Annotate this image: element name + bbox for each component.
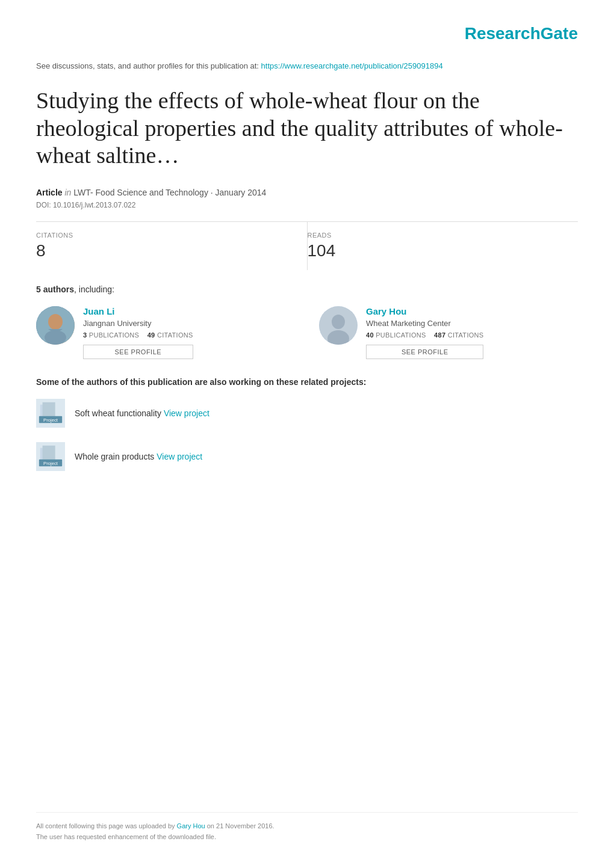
project-link-1[interactable]: View project [164,408,209,418]
svg-rect-13 [43,446,55,462]
author-affiliation-juan: Jiangnan University [83,319,193,328]
article-type: Article [36,188,63,197]
avatar-gary [319,306,358,345]
project-badge-2: Project [36,442,65,471]
authors-count: 5 authors [36,285,74,294]
reads-value: 104 [308,241,578,260]
avatar-juan [36,306,75,345]
author-info-gary: Gary Hou Wheat Marketing Center 40 PUBLI… [366,306,483,359]
footer-line1-after: on 21 November 2016. [205,822,274,830]
citations-value: 8 [36,241,307,260]
project-label-2: Whole grain products [75,452,157,461]
doi: DOI: 10.1016/j.lwt.2013.07.022 [36,201,578,209]
project-icon-1: Project [36,399,65,426]
reads-stat: READS 104 [308,222,578,270]
author-stats-gary: 40 PUBLICATIONS 487 CITATIONS [366,331,483,339]
project-label-1: Soft wheat functionality [75,408,164,418]
reads-label: READS [308,232,578,239]
avatar-juan-image [36,306,75,345]
in-label: in [64,188,73,197]
author-affiliation-gary: Wheat Marketing Center [366,319,483,328]
project-badge-1: Project [36,399,65,428]
project-text-1: Soft wheat functionality View project [75,408,209,418]
article-journal: LWT- Food Science and Technology · Janua… [73,188,266,197]
citations-label: CITATIONS [36,232,307,239]
researchgate-logo: ResearchGate [465,24,578,43]
header: ResearchGate [36,24,578,43]
svg-rect-8 [43,402,55,419]
author-name-juan[interactable]: Juan Li [83,306,193,316]
author-card-gary: Gary Hou Wheat Marketing Center 40 PUBLI… [319,306,578,359]
authors-grid: Juan Li Jiangnan University 3 PUBLICATIO… [36,306,578,359]
article-meta: Article in LWT- Food Science and Technol… [36,188,578,197]
project-icon-2: Project [36,442,65,470]
stats-section: CITATIONS 8 READS 104 [36,221,578,270]
svg-text:Project: Project [43,417,58,423]
footer-gary-link[interactable]: Gary Hou [177,822,205,830]
project-text-2: Whole grain products View project [75,452,202,461]
citations-stat: CITATIONS 8 [36,222,308,270]
footer-line-2: The user has requested enhancement of th… [36,833,578,840]
see-profile-button-juan[interactable]: SEE PROFILE [83,345,193,359]
author-name-gary[interactable]: Gary Hou [366,306,483,316]
author-stats-juan: 3 PUBLICATIONS 49 CITATIONS [83,331,193,339]
project-item-2: Project Whole grain products View projec… [36,442,578,471]
svg-text:Project: Project [43,461,58,466]
author-info-juan: Juan Li Jiangnan University 3 PUBLICATIO… [83,306,193,359]
related-projects-heading: Some of the authors of this publication … [36,377,578,387]
authors-heading: 5 authors, including: [36,285,578,294]
project-link-2[interactable]: View project [157,452,202,461]
footer-line1-before: All content following this page was uplo… [36,822,177,830]
project-item-1: Project Soft wheat functionality View pr… [36,399,578,428]
footer: All content following this page was uplo… [36,812,578,844]
see-discussions-text: See discussions, stats, and author profi… [36,61,261,70]
svg-point-4 [332,315,345,329]
authors-heading-rest: , including: [74,285,114,294]
svg-point-2 [45,330,66,345]
see-profile-button-gary[interactable]: SEE PROFILE [366,345,483,359]
article-title: Studying the effects of whole-wheat flou… [36,87,578,170]
publication-link[interactable]: https://www.researchgate.net/publication… [261,61,443,70]
see-discussions-bar: See discussions, stats, and author profi… [36,61,578,70]
svg-point-1 [48,314,63,330]
footer-line-1: All content following this page was uplo… [36,822,578,830]
author-card-juan: Juan Li Jiangnan University 3 PUBLICATIO… [36,306,295,359]
avatar-gary-image [319,306,358,345]
